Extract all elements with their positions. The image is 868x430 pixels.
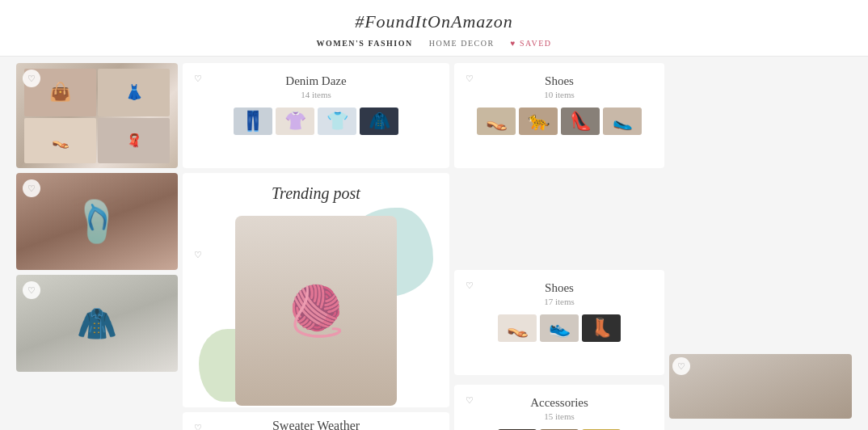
denim-daze-count: 14 items — [192, 90, 440, 99]
col-mid: ♡ Denim Daze 14 items 👖 👚 👕 🧥 ♡ Trending… — [183, 63, 449, 430]
shoes1-images: 👡 🐆 👠 🥿 — [464, 108, 655, 135]
heart-shoes2[interactable]: ♡ — [461, 276, 478, 294]
shoe1-item-1: 👡 — [477, 108, 516, 135]
heart-shoes1[interactable]: ♡ — [461, 70, 478, 87]
trending-label: Trending post — [183, 173, 449, 208]
shoe1-item-3: 👠 — [561, 108, 600, 135]
photo-tile-3[interactable]: ♡ 🧥 — [16, 275, 178, 372]
nav-home-decor[interactable]: HOME DECOR — [429, 39, 495, 48]
sweater-weather-title: Sweater Weather — [192, 419, 440, 430]
denim-item-3: 👕 — [318, 108, 356, 135]
col-right: ♡ Shoes 10 items 👡 🐆 👠 🥿 ♡ Shoes 17 item… — [454, 63, 664, 430]
denim-daze-images: 👖 👚 👕 🧥 — [192, 108, 440, 135]
page-header: #FoundItOnAmazon WOMEN'S FASHION HOME DE… — [0, 0, 868, 57]
shoe1-item-4: 🥿 — [603, 108, 642, 135]
page-title: #FoundItOnAmazon — [0, 11, 868, 32]
denim-item-2: 👚 — [276, 108, 314, 135]
shoe2-item-1: 👡 — [498, 314, 537, 342]
denim-item-1: 👖 — [234, 108, 272, 135]
shoe1-item-2: 🐆 — [519, 108, 558, 135]
trending-photo: 🧶 — [235, 216, 397, 406]
shoes2-card: ♡ Shoes 17 items 👡 👟 👢 — [454, 270, 664, 375]
accessories-count: 15 items — [464, 411, 655, 421]
nav-womens-fashion[interactable]: WOMEN'S FASHION — [316, 39, 412, 48]
trending-card[interactable]: ♡ Trending post 🧶 — [183, 173, 449, 407]
shoes2-count: 17 items — [464, 297, 655, 306]
accessories-card: ♡ Accessories 15 items 🕶️ 🎩 💍 — [454, 385, 664, 430]
heart-accessories[interactable]: ♡ — [461, 391, 478, 409]
col-photos: ♡ 👜 👗 👡 🧣 ♡ 🩴 ♡ 🧥 — [16, 63, 178, 430]
shoe2-item-3: 👢 — [582, 314, 621, 342]
heart-button-3[interactable]: ♡ — [23, 281, 40, 299]
shoes2-title: Shoes — [464, 281, 655, 295]
denim-daze-title: Denim Daze — [192, 74, 440, 88]
shoes2-images: 👡 👟 👢 — [464, 314, 655, 342]
photo-tile-1[interactable]: ♡ 👜 👗 👡 🧣 — [16, 63, 178, 168]
accessories-title: Accessories — [464, 396, 655, 410]
shoes1-card: ♡ Shoes 10 items 👡 🐆 👠 🥿 — [454, 63, 664, 168]
shoe2-item-2: 👟 — [540, 314, 579, 342]
nav-saved[interactable]: SAVED — [511, 39, 552, 48]
denim-item-4: 🧥 — [360, 108, 398, 135]
heart-bottom-left[interactable]: ♡ — [672, 357, 690, 375]
bottom-left-photo[interactable]: ♡ — [669, 354, 852, 419]
main-nav: WOMEN'S FASHION HOME DECOR SAVED — [0, 39, 868, 48]
heart-denim-daze[interactable]: ♡ — [189, 70, 207, 87]
shoes1-title: Shoes — [464, 74, 655, 88]
heart-button-1[interactable]: ♡ — [23, 70, 40, 87]
content-grid: ♡ 👜 👗 👡 🧣 ♡ 🩴 ♡ 🧥 — [0, 57, 868, 430]
col-far-left-photos: ♡ — [669, 63, 852, 430]
sweater-weather-card: ♡ Sweater Weather 86 items — [183, 412, 449, 430]
shoes1-count: 10 items — [464, 90, 655, 99]
photo-tile-2[interactable]: ♡ 🩴 — [16, 173, 178, 270]
denim-daze-card: ♡ Denim Daze 14 items 👖 👚 👕 🧥 — [183, 63, 449, 168]
heart-button-2[interactable]: ♡ — [23, 179, 40, 197]
heart-trending[interactable]: ♡ — [189, 246, 207, 263]
